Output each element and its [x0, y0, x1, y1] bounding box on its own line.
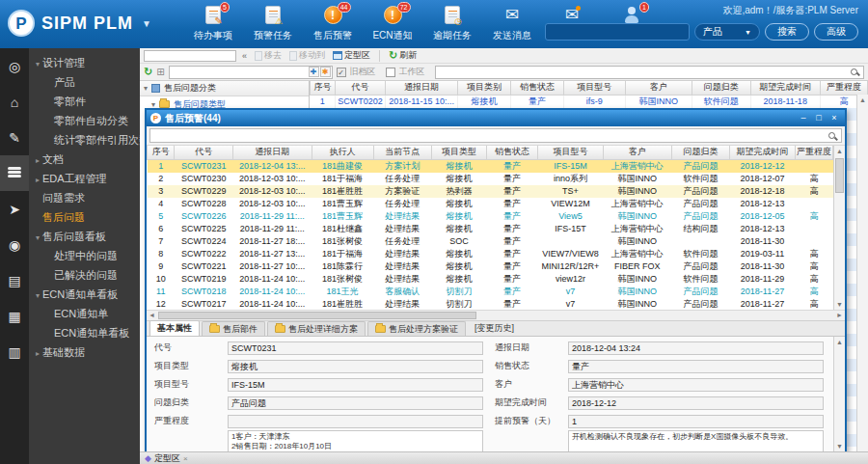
- search-category-select[interactable]: 产品 ▼: [694, 23, 760, 41]
- column-header[interactable]: 项目类别: [458, 81, 511, 95]
- minimize-icon[interactable]: –: [797, 113, 810, 123]
- field-value[interactable]: 熔接机: [228, 360, 483, 373]
- edit-icon[interactable]: ✎: [0, 120, 29, 155]
- field-value[interactable]: 1: [568, 415, 824, 428]
- sidebar-item-parts-usage-count[interactable]: 统计零部件引用次数: [29, 130, 140, 150]
- column-header[interactable]: 代号: [336, 81, 386, 95]
- home-icon[interactable]: ⌂: [0, 84, 29, 120]
- background-table-scrollbar[interactable]: ▲: [856, 95, 868, 451]
- scroll-up-icon[interactable]: ▲: [834, 146, 845, 156]
- close-icon[interactable]: ×: [183, 454, 188, 463]
- column-header[interactable]: 期望完成时间: [750, 81, 820, 95]
- scroll-down-icon[interactable]: ▼: [834, 441, 845, 451]
- alert-table-row[interactable]: 12SCWT02172018-11-24 10:...181崔胜胜处理结果切割刀…: [148, 298, 833, 311]
- alert-table-row[interactable]: 4SCWT02282018-12-03 10:...181曹玉辉任务处理熔接机量…: [148, 198, 833, 210]
- column-header[interactable]: 项目型号: [538, 146, 604, 159]
- move-to-button[interactable]: 移动到: [287, 49, 327, 62]
- workspace-checkbox[interactable]: [386, 68, 395, 77]
- field-value[interactable]: 产品问题: [228, 396, 483, 410]
- tab-售后处理方案验证[interactable]: 售后处理方案验证: [367, 321, 466, 336]
- column-header[interactable]: 客户: [603, 146, 671, 159]
- sidebar-item-processing-issues[interactable]: 处理中的问题: [29, 246, 140, 265]
- app-logo[interactable]: P SIPM PLM ▼: [8, 10, 151, 37]
- final-area-button[interactable]: 定型区: [331, 49, 372, 62]
- table-row[interactable]: 1SCWT02022018-11-15 10:...熔接机量产ifs-9韩国IN…: [311, 95, 868, 108]
- column-header[interactable]: 问题归类: [692, 81, 750, 95]
- tab-售后部件[interactable]: 售后部件: [202, 321, 265, 336]
- column-header[interactable]: 项目类型: [432, 146, 487, 159]
- column-header[interactable]: 通报日期: [232, 146, 312, 159]
- column-header[interactable]: 期望完成时间: [730, 146, 796, 159]
- nav-overdue-task[interactable]: ◷逾期任务: [427, 6, 477, 42]
- nav-todo[interactable]: ✎5待办事项: [188, 6, 238, 42]
- column-header[interactable]: 销售状态: [511, 81, 564, 95]
- column-header[interactable]: 序号: [148, 146, 175, 159]
- sidebar-item-ecn-board-group[interactable]: ▾ECN通知单看板: [29, 285, 140, 304]
- chevron-down-icon[interactable]: ▼: [142, 18, 151, 29]
- refresh-icon[interactable]: ↻: [144, 66, 152, 78]
- column-header[interactable]: 严重程度: [795, 146, 832, 159]
- sidebar-item-solved-issues[interactable]: 已解决的问题: [29, 265, 140, 285]
- scroll-down-icon[interactable]: ▼: [834, 299, 845, 310]
- alert-table-row[interactable]: 1SCWT02312018-12-04 13:...181曲建俊方案计划熔接机量…: [148, 159, 833, 173]
- column-header[interactable]: 通报日期: [386, 81, 458, 95]
- alert-table-row[interactable]: 8SCWT02222018-11-27 13:...181于福海处理结果熔接机量…: [148, 248, 833, 260]
- field-value[interactable]: 2018-12-12: [568, 396, 824, 410]
- sidebar-item-ecn-notice-item[interactable]: ECN通知单: [29, 304, 140, 323]
- search-button[interactable]: 搜索: [765, 23, 809, 41]
- book-icon[interactable]: ▤: [0, 262, 29, 298]
- close-icon[interactable]: ×: [827, 113, 841, 123]
- column-header[interactable]: 项目型号: [563, 81, 625, 95]
- alert-table-row[interactable]: 9SCWT02212018-11-27 10:...181陈霖行处理结果熔接机量…: [148, 260, 833, 273]
- alert-table-row[interactable]: 6SCWT02252018-11-29 11:...181杜继鑫处理结果熔接机量…: [148, 223, 833, 235]
- nav-alert-task[interactable]: ⚠预警任务: [248, 6, 298, 42]
- nav-ecn-notice[interactable]: !72ECN通知: [367, 6, 418, 42]
- calendar-icon[interactable]: ▦: [0, 298, 29, 334]
- alert-table-row[interactable]: 5SCWT02262018-11-29 11:...181曹玉辉处理结果熔接机量…: [148, 210, 833, 223]
- form-scrollbar[interactable]: ▲ ▼: [833, 337, 845, 451]
- database-icon[interactable]: [0, 155, 29, 191]
- field-value[interactable]: [228, 415, 483, 428]
- sidebar-item-eda-mgmt[interactable]: ▸EDA工程管理: [29, 169, 140, 188]
- scrollbar-thumb[interactable]: [158, 312, 476, 319]
- sidebar-item-document[interactable]: ▸文档: [29, 150, 140, 169]
- dialog-search-input[interactable]: [149, 128, 842, 143]
- alert-table-row[interactable]: 11SCWT02182018-11-24 10:...181王光客服确认切割刀量…: [148, 286, 833, 298]
- tab-变更历史[interactable]: [变更历史]: [468, 321, 521, 336]
- scroll-up-icon[interactable]: ▲: [834, 337, 845, 347]
- alert-table-row[interactable]: 7SCWT02242018-11-27 18:...181张树俊任务处理SOC量…: [148, 235, 833, 248]
- search-icon[interactable]: [828, 132, 835, 139]
- support-icon[interactable]: ◉: [0, 227, 29, 262]
- column-header[interactable]: 客户: [625, 81, 692, 95]
- quick-search-input[interactable]: [435, 66, 864, 79]
- remove-button[interactable]: 移去: [253, 49, 284, 62]
- toolbar-combo-input[interactable]: [144, 50, 236, 62]
- plus-icon[interactable]: ✚: [309, 67, 319, 77]
- send-icon[interactable]: ➤: [0, 191, 29, 227]
- sidebar-item-ecn-notice-board[interactable]: ECN通知单看板: [29, 323, 140, 342]
- refresh-button[interactable]: ↻ 刷新: [387, 49, 419, 62]
- field-value[interactable]: SCWT0231: [228, 341, 483, 355]
- maximize-icon[interactable]: □: [812, 113, 826, 123]
- column-header[interactable]: 销售状态: [486, 146, 537, 159]
- notes-right-textarea[interactable]: 开机检测确认不良现象存在，初步判断是X面摄像头板不良导致。: [568, 430, 824, 453]
- column-header[interactable]: 严重程度: [820, 81, 867, 95]
- scroll-up-icon[interactable]: ▲: [857, 95, 868, 105]
- alert-table-row[interactable]: 2SCWT02302018-12-03 10:...181于福海任务处理熔接机量…: [148, 173, 833, 185]
- sidebar-item-product[interactable]: 产品: [29, 72, 140, 92]
- idcard-icon[interactable]: ▥: [0, 334, 29, 369]
- notes-left-textarea[interactable]: 1客户：天津津东2销售日期：2018年10月10日: [228, 430, 483, 453]
- nav-send-message[interactable]: ✉发送消息: [487, 6, 537, 42]
- star-icon[interactable]: ✱: [320, 67, 331, 77]
- column-header[interactable]: 执行人: [312, 146, 373, 159]
- search-icon[interactable]: [851, 68, 857, 75]
- column-header[interactable]: 问题归类: [671, 146, 729, 159]
- scroll-right-icon[interactable]: ►: [834, 311, 845, 320]
- column-header[interactable]: 序号: [311, 81, 336, 95]
- column-header[interactable]: 代号: [175, 146, 232, 159]
- field-value[interactable]: 2018-12-04 13:24: [568, 341, 824, 355]
- field-value[interactable]: 量产: [568, 360, 824, 373]
- tab-售后处理详细方案[interactable]: 售后处理详细方案: [267, 321, 366, 336]
- field-value[interactable]: 上海营销中心: [568, 378, 824, 392]
- column-header[interactable]: 当前节点: [373, 146, 431, 159]
